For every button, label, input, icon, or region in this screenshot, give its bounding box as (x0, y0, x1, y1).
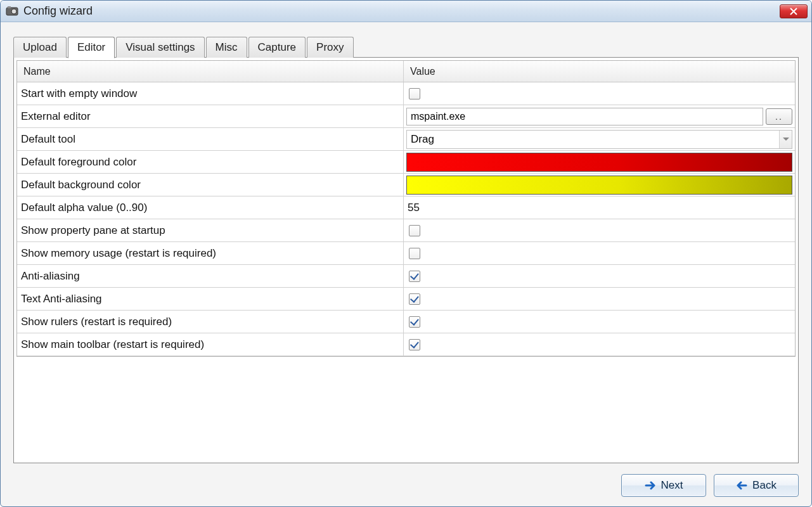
table-row: Default alpha value (0..90)55 (17, 196, 795, 219)
setting-value (404, 151, 795, 173)
setting-name: Default tool (17, 128, 404, 150)
table-row: Show property pane at startup (17, 219, 795, 242)
grid-header-name[interactable]: Name (17, 61, 404, 82)
table-row: Text Anti-aliasing (17, 288, 795, 311)
setting-value (404, 333, 795, 356)
tab-misc[interactable]: Misc (206, 37, 247, 58)
grid-body: Start with empty windowExternal editor..… (17, 82, 795, 356)
setting-value (404, 288, 795, 310)
checkbox[interactable] (409, 88, 420, 99)
settings-grid: Name Value Start with empty windowExtern… (16, 60, 796, 357)
setting-name: Text Anti-aliasing (17, 288, 404, 310)
table-row: Default foreground color (17, 151, 795, 174)
checkbox[interactable] (409, 271, 420, 282)
close-icon (790, 8, 797, 15)
color-swatch[interactable] (406, 176, 792, 195)
back-button-label: Back (752, 479, 777, 492)
checkbox[interactable] (409, 293, 420, 305)
setting-name: Show main toolbar (restart is required) (17, 333, 404, 356)
setting-value (404, 311, 795, 333)
checkbox[interactable] (409, 248, 420, 259)
tabstrip: UploadEditorVisual settingsMiscCapturePr… (13, 36, 799, 58)
arrow-left-icon (736, 480, 747, 491)
window-title: Config wizard (23, 4, 780, 18)
table-row: External editor.. (17, 105, 795, 128)
tab-editor[interactable]: Editor (68, 37, 115, 58)
setting-value: .. (404, 105, 795, 127)
content-area: UploadEditorVisual settingsMiscCapturePr… (1, 22, 811, 470)
browse-button[interactable]: .. (766, 108, 792, 125)
back-button[interactable]: Back (714, 474, 799, 497)
table-row: Start with empty window (17, 82, 795, 105)
tab-visual-settings[interactable]: Visual settings (116, 37, 204, 58)
setting-name: Start with empty window (17, 82, 404, 105)
table-row: Show main toolbar (restart is required) (17, 333, 795, 356)
config-wizard-window: Config wizard UploadEditorVisual setting… (0, 0, 812, 507)
checkbox[interactable] (409, 225, 420, 236)
grid-header-value[interactable]: Value (404, 61, 795, 82)
close-button[interactable] (780, 4, 808, 18)
setting-value: 55 (404, 196, 795, 219)
setting-value (404, 265, 795, 287)
titlebar: Config wizard (1, 1, 811, 22)
table-row: Show memory usage (restart is required) (17, 242, 795, 265)
next-button[interactable]: Next (621, 474, 706, 497)
setting-name: Show rulers (restart is required) (17, 311, 404, 333)
table-row: Default background color (17, 174, 795, 196)
wizard-footer: Next Back (1, 470, 811, 506)
chevron-down-icon (779, 131, 792, 148)
tab-capture[interactable]: Capture (248, 37, 306, 58)
setting-value (404, 219, 795, 241)
setting-value (404, 82, 795, 105)
table-row: Anti-aliasing (17, 265, 795, 288)
color-swatch[interactable] (406, 153, 792, 172)
setting-value (404, 174, 795, 196)
tab-upload[interactable]: Upload (13, 37, 67, 58)
svg-rect-2 (8, 6, 11, 8)
table-row: Default toolDrag (17, 128, 795, 151)
setting-value: Drag (404, 128, 795, 150)
table-row: Show rulers (restart is required) (17, 311, 795, 333)
text-input[interactable] (406, 108, 763, 125)
setting-name: Show memory usage (restart is required) (17, 242, 404, 264)
setting-name: Default alpha value (0..90) (17, 196, 404, 219)
setting-name: Anti-aliasing (17, 265, 404, 287)
combo-value: Drag (411, 133, 779, 146)
arrow-right-icon (645, 480, 656, 491)
text-value[interactable]: 55 (406, 200, 792, 215)
checkbox[interactable] (409, 316, 420, 328)
setting-name: External editor (17, 105, 404, 127)
tab-pane: Name Value Start with empty windowExtern… (13, 57, 799, 463)
grid-header: Name Value (17, 61, 795, 82)
setting-name: Default foreground color (17, 151, 404, 173)
app-icon (6, 5, 18, 18)
svg-point-1 (11, 9, 16, 14)
setting-value (404, 242, 795, 264)
checkbox[interactable] (409, 339, 420, 350)
tab-proxy[interactable]: Proxy (307, 37, 353, 58)
setting-name: Show property pane at startup (17, 219, 404, 241)
next-button-label: Next (661, 479, 683, 492)
setting-name: Default background color (17, 174, 404, 196)
combo-box[interactable]: Drag (406, 130, 792, 149)
